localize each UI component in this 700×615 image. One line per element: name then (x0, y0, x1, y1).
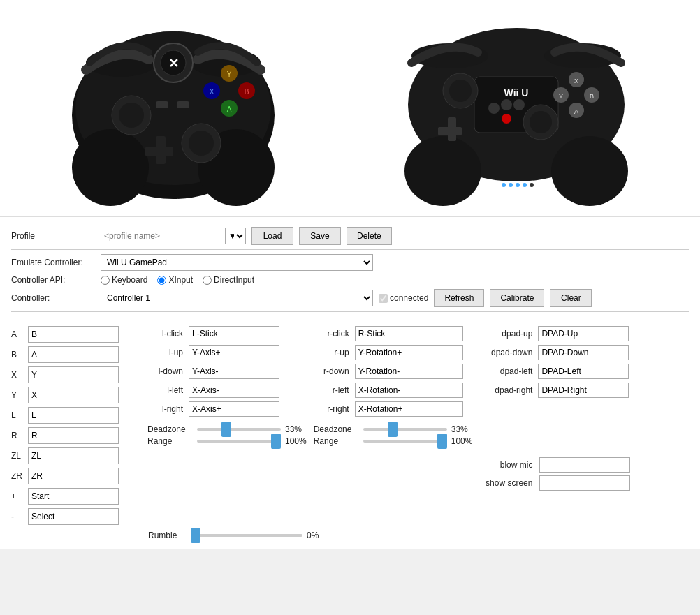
map-lleft-input[interactable] (189, 383, 279, 398)
map-lclick-input[interactable] (189, 326, 279, 341)
svg-text:A: A (227, 105, 232, 113)
rumble-pct: 0% (307, 531, 319, 540)
refresh-button[interactable]: Refresh (434, 289, 484, 307)
map-rdown-input[interactable] (355, 364, 463, 379)
svg-point-37 (530, 111, 552, 133)
lrange-label: Range (147, 436, 193, 446)
map-rclick-input[interactable] (355, 326, 463, 341)
map-minus-label: - (11, 512, 25, 521)
blow-mic-row: blow mic (483, 457, 630, 473)
svg-point-10 (119, 103, 144, 128)
map-lup-row: l-up (147, 345, 307, 360)
svg-text:A: A (574, 108, 578, 115)
map-ldown-label: l-down (147, 366, 186, 376)
button-mapping-col: A B X Y L R ZL (11, 326, 140, 526)
rdeadzone-label: Deadzone (314, 424, 359, 434)
svg-point-53 (523, 183, 527, 187)
svg-text:B: B (590, 93, 594, 100)
svg-point-2 (72, 129, 149, 206)
map-zl-input[interactable] (28, 447, 119, 464)
show-screen-input[interactable] (539, 475, 630, 491)
rumble-slider[interactable] (191, 534, 302, 537)
map-lright-label: l-right (147, 404, 186, 414)
dpad-mapping-col: dpad-up dpad-down dpad-left dpad-right b… (472, 326, 630, 491)
map-ddown-label: dpad-down (483, 348, 535, 357)
map-y-input[interactable] (28, 387, 119, 403)
svg-point-12 (189, 131, 214, 156)
map-dup-input[interactable] (538, 326, 629, 341)
map-lright-input[interactable] (189, 401, 279, 417)
map-l-row: L (11, 407, 140, 424)
lrange-slider[interactable] (197, 440, 281, 443)
api-radio-group: Keyboard XInput DirectInput (101, 275, 254, 285)
map-dright-input[interactable] (538, 383, 629, 398)
api-label: Controller API: (11, 275, 95, 285)
api-directinput-radio[interactable] (203, 276, 212, 285)
map-plus-row: + (11, 488, 140, 505)
map-rright-input[interactable] (355, 401, 463, 417)
delete-button[interactable]: Delete (347, 227, 392, 245)
map-rup-input[interactable] (355, 345, 463, 360)
rrange-slider[interactable] (363, 440, 447, 443)
controller-images: ✕ A B X Y (0, 0, 700, 216)
map-b-input[interactable] (28, 346, 119, 363)
save-button[interactable]: Save (299, 227, 341, 245)
calibrate-button[interactable]: Calibrate (490, 289, 544, 307)
map-dleft-input[interactable] (538, 364, 629, 379)
map-lup-input[interactable] (189, 345, 279, 360)
emulate-select[interactable]: Wii U GamePad Wii U Pro Controller Class… (101, 254, 373, 271)
map-rclick-row: r-click (314, 326, 473, 341)
controller-select[interactable]: Controller 1 (101, 290, 373, 306)
api-directinput[interactable]: DirectInput (203, 275, 254, 285)
svg-point-51 (509, 183, 513, 187)
profile-input[interactable] (101, 228, 219, 244)
map-ddown-input[interactable] (538, 345, 629, 360)
connected-checkbox (379, 294, 388, 303)
map-l-label: L (11, 410, 25, 420)
map-minus-input[interactable] (28, 508, 119, 525)
map-dright-row: dpad-right (483, 383, 630, 398)
map-zl-label: ZL (11, 451, 25, 461)
rumble-row: Rumble 0% (11, 531, 689, 546)
api-keyboard-radio[interactable] (101, 276, 110, 285)
map-rleft-row: r-left (314, 383, 473, 398)
lrange-row: Range 100% (147, 436, 307, 446)
map-lclick-label: l-click (147, 329, 186, 339)
api-xinput[interactable]: XInput (157, 275, 193, 285)
map-ldown-row: l-down (147, 364, 307, 379)
svg-point-54 (530, 183, 534, 187)
ldeadzone-row: Deadzone 33% (147, 424, 307, 434)
map-rdown-row: r-down (314, 364, 473, 379)
profile-select[interactable]: ▼ (225, 228, 246, 244)
map-x-input[interactable] (28, 366, 119, 383)
map-rleft-input[interactable] (355, 383, 463, 398)
map-dright-label: dpad-right (483, 385, 535, 395)
show-screen-row: show screen (483, 475, 630, 491)
map-lleft-label: l-left (147, 385, 186, 395)
map-plus-input[interactable] (28, 488, 119, 505)
load-button[interactable]: Load (251, 227, 293, 245)
map-ldown-input[interactable] (189, 364, 279, 379)
profile-section: Profile ▼ Load Save Delete Emulate Contr… (0, 216, 700, 322)
emulate-label: Emulate Controller: (11, 258, 95, 267)
api-xinput-radio[interactable] (157, 276, 166, 285)
api-keyboard[interactable]: Keyboard (101, 275, 147, 285)
map-a-input[interactable] (28, 326, 119, 343)
rdeadzone-slider[interactable] (363, 428, 447, 431)
blow-mic-input[interactable] (539, 457, 630, 473)
map-dleft-row: dpad-left (483, 364, 630, 379)
svg-text:X: X (574, 77, 578, 84)
svg-rect-33 (438, 127, 462, 135)
svg-point-50 (502, 183, 506, 187)
map-rleft-label: r-left (314, 385, 352, 395)
profile-label: Profile (11, 231, 95, 241)
svg-text:Wii U: Wii U (504, 87, 529, 98)
map-rdown-label: r-down (314, 366, 352, 376)
map-zr-input[interactable] (28, 468, 119, 484)
map-r-input[interactable] (28, 427, 119, 444)
show-screen-label: show screen (483, 478, 535, 488)
rdeadzone-row: Deadzone 33% (314, 424, 473, 434)
clear-button[interactable]: Clear (550, 289, 592, 307)
ldeadzone-slider[interactable] (197, 428, 281, 431)
map-l-input[interactable] (28, 407, 119, 424)
